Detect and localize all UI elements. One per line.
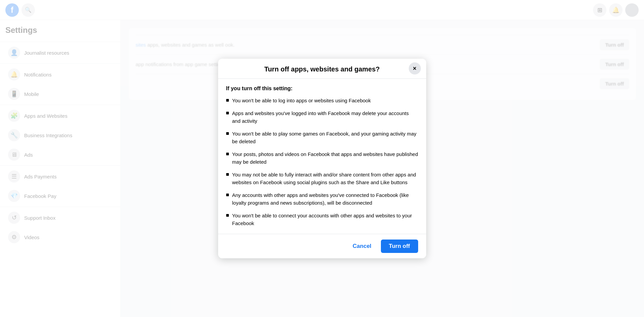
modal-bullet-item: Apps and websites you've logged into wit… [226,110,418,125]
modal-close-button[interactable]: × [409,62,421,74]
modal-bullet-list: You won't be able to log into apps or we… [226,97,418,227]
turn-off-confirm-button[interactable]: Turn off [381,240,418,253]
modal-bullet-item: You won't be able to log into apps or we… [226,97,418,105]
modal-bullet-item: Your posts, photos and videos on Faceboo… [226,151,418,166]
modal-bullet-item: Any accounts with other apps and website… [226,192,418,207]
modal-footer: Cancel Turn off [218,234,426,258]
modal-title: Turn off apps, websites and games? [264,65,380,73]
bullet-icon [226,132,229,135]
bullet-icon [226,173,229,176]
modal-overlay[interactable]: Turn off apps, websites and games? × If … [0,0,644,317]
modal-body: If you turn off this setting: You won't … [218,79,426,234]
modal-dialog: Turn off apps, websites and games? × If … [218,59,426,259]
cancel-button[interactable]: Cancel [347,240,377,252]
bullet-icon [226,194,229,196]
modal-bullet-item: You won't be able to play some games on … [226,130,418,145]
bullet-icon [226,153,229,155]
modal-header: Turn off apps, websites and games? × [218,59,426,79]
modal-intro-text: If you turn off this setting: [226,86,418,92]
modal-bullet-item: You may not be able to fully interact wi… [226,171,418,186]
modal-bullet-item: You won't be able to connect your accoun… [226,212,418,227]
bullet-icon [226,99,229,102]
bullet-icon [226,112,229,114]
bullet-icon [226,214,229,217]
